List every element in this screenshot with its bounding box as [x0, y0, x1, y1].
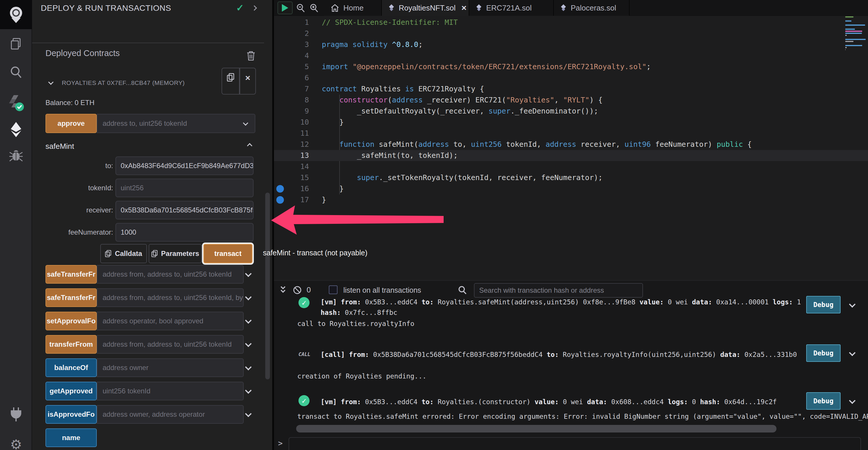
function-button-name[interactable]: name — [45, 428, 97, 447]
zoom-in-icon[interactable] — [310, 3, 319, 13]
function-button-safetransferfr[interactable]: safeTransferFr — [45, 288, 97, 307]
field-input[interactable]: 0x5B38Da6a701c568545dCfcB03FcB875f56bedd… — [116, 201, 254, 220]
approve-button[interactable]: approve — [45, 114, 97, 133]
calldata-button[interactable]: Calldata — [100, 244, 147, 263]
solidity-icon — [388, 4, 395, 12]
field-input[interactable]: 0xAb8483F64d9C6d1EcF9b849Ae677dD3315835c… — [116, 157, 254, 175]
function-args-input[interactable]: uint256 tokenId — [97, 382, 244, 400]
code-line-7[interactable]: 7contract Royalties is ERC721Royalty { — [274, 83, 868, 94]
function-expand-icon[interactable] — [246, 272, 251, 277]
file-explorer-icon[interactable] — [0, 37, 32, 51]
log-expand-icon[interactable] — [850, 301, 855, 308]
code-text: function safeMint(address to, uint256 to… — [322, 139, 752, 150]
terminal-hscrollbar[interactable] — [296, 425, 776, 432]
panel-collapse-icon[interactable] — [252, 6, 256, 11]
tab-royaltiesnft-sol[interactable]: RoyaltiesNFT.sol× — [382, 0, 469, 16]
code-line-6[interactable]: 6 — [274, 73, 868, 83]
code-line-15[interactable]: 15 super._setTokenRoyalty(tokenId, recei… — [274, 172, 868, 183]
debugger-icon[interactable] — [0, 148, 32, 163]
remove-contract-button[interactable]: × — [240, 68, 256, 94]
code-line-16[interactable]: 16 } — [274, 183, 868, 194]
code-line-3[interactable]: 3pragma solidity ^0.8.0; — [274, 39, 868, 50]
function-args-input[interactable]: address from, address to, uint256 tokenI… — [97, 288, 244, 307]
tab-home[interactable]: Home — [324, 0, 382, 16]
tab-erc721a-sol[interactable]: ERC721A.sol — [469, 0, 554, 16]
function-args-input[interactable]: address owner, address operator — [97, 405, 244, 424]
tab-paloceras-sol[interactable]: Paloceras.sol — [554, 0, 629, 16]
function-button-balanceof[interactable]: balanceOf — [45, 358, 97, 377]
function-row: transferFromaddress from, address to, ui… — [45, 335, 255, 354]
function-args-input[interactable]: address owner — [97, 358, 244, 377]
search-icon[interactable] — [0, 65, 32, 79]
copy-address-button[interactable] — [221, 68, 240, 94]
log-expand-icon[interactable] — [850, 349, 855, 357]
code-line-12[interactable]: 12 function safeMint(address to, uint256… — [274, 139, 868, 150]
plugin-manager-icon[interactable] — [0, 407, 32, 422]
function-button-getapproved[interactable]: getApproved — [45, 382, 97, 400]
transaction-log-line[interactable]: [vm] from: 0x5B3...eddC4 to: Royalties.s… — [321, 298, 801, 306]
code-line-8[interactable]: 8 constructor(address _receiver) ERC721(… — [274, 94, 868, 106]
breakpoint-dot[interactable] — [276, 185, 284, 193]
approve-args-input[interactable]: address to, uint256 tokenId — [97, 114, 255, 133]
terminal-input-box[interactable] — [288, 437, 861, 450]
clear-console-icon[interactable] — [292, 285, 302, 295]
function-args-input[interactable]: address from, address to, uint256 tokenI… — [97, 335, 244, 354]
debug-button[interactable]: Debug — [806, 344, 841, 362]
terminal-search-input[interactable] — [474, 283, 643, 298]
function-args-input[interactable]: address from, address to, uint256 tokenI… — [97, 265, 244, 284]
contract-title: ROYALTIES AT 0X7EF...8CB47 (MEMORY) — [62, 79, 185, 86]
remix-logo-icon[interactable] — [0, 0, 32, 29]
code-line-4[interactable]: 4 — [274, 50, 868, 61]
code-line-10[interactable]: 10 } — [274, 117, 868, 128]
function-expand-icon[interactable] — [246, 318, 251, 324]
function-button-isapprovedfo[interactable]: isApprovedFo — [45, 405, 97, 424]
function-expand-icon[interactable] — [246, 295, 251, 301]
function-button-setapprovalfo[interactable]: setApprovalFo — [45, 312, 97, 330]
clear-contracts-trash-icon[interactable] — [247, 51, 255, 61]
transaction-log-line[interactable]: [call] from: 0x5B38Da6a701c568545dCfcB03… — [321, 351, 797, 358]
tab-close-icon[interactable]: × — [461, 3, 467, 13]
pending-tx-count: 0 — [307, 285, 311, 294]
line-number: 2 — [284, 28, 309, 39]
transact-button[interactable]: transact — [204, 244, 252, 263]
run-script-button[interactable] — [277, 1, 292, 14]
safemint-collapse-icon[interactable] — [248, 144, 252, 149]
minimap[interactable] — [845, 16, 867, 51]
function-button-transferfrom[interactable]: transferFrom — [45, 335, 97, 354]
code-line-9[interactable]: 9 _setDefaultRoyalty(_receiver, super._f… — [274, 106, 868, 117]
zoom-out-icon[interactable] — [296, 3, 306, 13]
listen-checkbox[interactable] — [329, 285, 338, 294]
debug-button[interactable]: Debug — [806, 392, 841, 410]
function-args-input[interactable]: address operator, bool approved — [97, 312, 244, 330]
function-expand-icon[interactable] — [246, 412, 251, 417]
solidity-compiler-icon[interactable] — [0, 94, 32, 112]
function-expand-icon[interactable] — [246, 341, 251, 347]
field-input[interactable]: 1000 — [116, 223, 254, 242]
code-line-2[interactable]: 2 — [274, 28, 868, 39]
code-line-11[interactable]: 11 — [274, 128, 868, 139]
terminal-expand-icon[interactable] — [279, 285, 287, 295]
code-text: _setDefaultRoyalty(_receiver, super._fee… — [322, 106, 598, 117]
activity-bar: ⚙ — [0, 0, 32, 450]
code-line-5[interactable]: 5import "@openzeppelin/contracts/token/E… — [274, 61, 868, 73]
contract-expand-icon[interactable] — [49, 80, 53, 85]
code-line-14[interactable]: 14 — [274, 161, 868, 172]
code-text: _safeMint(to, tokenId); — [322, 150, 458, 161]
approve-expand-icon[interactable] — [244, 121, 247, 126]
transact-label: transact — [214, 250, 241, 258]
code-line-13[interactable]: 13 _safeMint(to, tokenId); — [274, 150, 868, 161]
function-expand-icon[interactable] — [246, 388, 251, 394]
log-expand-icon[interactable] — [850, 397, 855, 404]
settings-gear-icon[interactable]: ⚙ — [0, 437, 32, 450]
line-number: 12 — [284, 139, 309, 150]
transaction-log-line[interactable]: hash: 0x7fc...8ffbc — [321, 309, 397, 316]
function-button-safetransferfr[interactable]: safeTransferFr — [45, 265, 97, 284]
listen-label: listen on all transactions — [343, 286, 421, 294]
parameters-button[interactable]: Parameters — [149, 244, 202, 263]
function-expand-icon[interactable] — [246, 365, 251, 371]
debug-button[interactable]: Debug — [806, 296, 841, 313]
field-input[interactable]: uint256 — [116, 178, 254, 197]
deploy-run-icon[interactable] — [0, 121, 32, 138]
transaction-log-line[interactable]: [vm] from: 0x5B3...eddC4 to: Royalties.(… — [321, 398, 777, 406]
code-line-1[interactable]: 1// SPDX-License-Identifier: MIT — [274, 17, 868, 28]
